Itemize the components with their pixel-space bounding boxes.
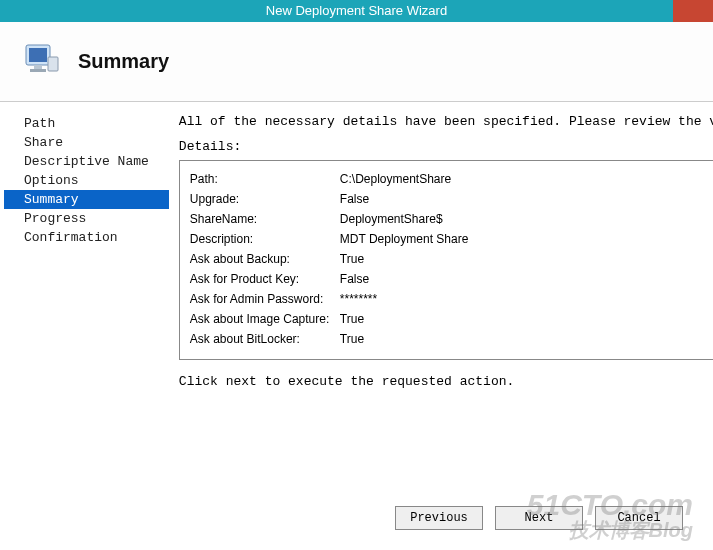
svg-rect-3: [30, 69, 46, 72]
cancel-button[interactable]: Cancel: [595, 506, 683, 530]
detail-row: Ask about Image Capture:True: [190, 309, 713, 329]
detail-value: True: [340, 309, 364, 329]
titlebar: New Deployment Share Wizard: [0, 0, 713, 22]
intro-text: All of the necessary details have been s…: [179, 114, 713, 129]
detail-value: MDT Deployment Share: [340, 229, 469, 249]
detail-value: C:\DeploymentShare: [340, 169, 451, 189]
detail-key: Upgrade:: [190, 189, 340, 209]
wizard-step-options[interactable]: Options: [4, 171, 169, 190]
wizard-steps-sidebar: PathShareDescriptive NameOptionsSummaryP…: [0, 102, 173, 502]
footer-text: Click next to execute the requested acti…: [179, 374, 713, 389]
detail-row: Path:C:\DeploymentShare: [190, 169, 713, 189]
window-title: New Deployment Share Wizard: [266, 3, 447, 18]
detail-value: True: [340, 249, 364, 269]
wizard-step-confirmation[interactable]: Confirmation: [4, 228, 169, 247]
wizard-step-progress[interactable]: Progress: [4, 209, 169, 228]
svg-rect-4: [48, 57, 58, 71]
details-box: Path:C:\DeploymentShareUpgrade:FalseShar…: [179, 160, 713, 360]
wizard-step-path[interactable]: Path: [4, 114, 169, 133]
main-panel: All of the necessary details have been s…: [173, 102, 713, 502]
details-label: Details:: [179, 139, 713, 154]
detail-key: Ask about Backup:: [190, 249, 340, 269]
detail-value: DeploymentShare$: [340, 209, 443, 229]
wizard-step-share[interactable]: Share: [4, 133, 169, 152]
detail-key: ShareName:: [190, 209, 340, 229]
detail-row: Description:MDT Deployment Share: [190, 229, 713, 249]
detail-row: Ask for Product Key:False: [190, 269, 713, 289]
svg-rect-2: [34, 65, 42, 69]
wizard-step-descriptive-name[interactable]: Descriptive Name: [4, 152, 169, 171]
detail-key: Ask for Product Key:: [190, 269, 340, 289]
detail-value: False: [340, 269, 369, 289]
detail-key: Ask about Image Capture:: [190, 309, 340, 329]
wizard-header: Summary: [0, 22, 713, 102]
detail-row: ShareName:DeploymentShare$: [190, 209, 713, 229]
detail-row: Ask for Admin Password:********: [190, 289, 713, 309]
next-button[interactable]: Next: [495, 506, 583, 530]
previous-button[interactable]: Previous: [395, 506, 483, 530]
svg-rect-1: [29, 48, 47, 62]
detail-key: Ask for Admin Password:: [190, 289, 340, 309]
detail-row: Ask about BitLocker:True: [190, 329, 713, 349]
detail-value: True: [340, 329, 364, 349]
close-icon[interactable]: [673, 0, 713, 22]
detail-key: Description:: [190, 229, 340, 249]
button-row: Previous Next Cancel: [395, 506, 683, 530]
page-title: Summary: [78, 50, 169, 73]
detail-row: Upgrade:False: [190, 189, 713, 209]
detail-key: Path:: [190, 169, 340, 189]
computer-icon: [20, 41, 62, 83]
detail-value: False: [340, 189, 369, 209]
detail-value: ********: [340, 289, 377, 309]
detail-key: Ask about BitLocker:: [190, 329, 340, 349]
detail-row: Ask about Backup:True: [190, 249, 713, 269]
wizard-step-summary[interactable]: Summary: [4, 190, 169, 209]
